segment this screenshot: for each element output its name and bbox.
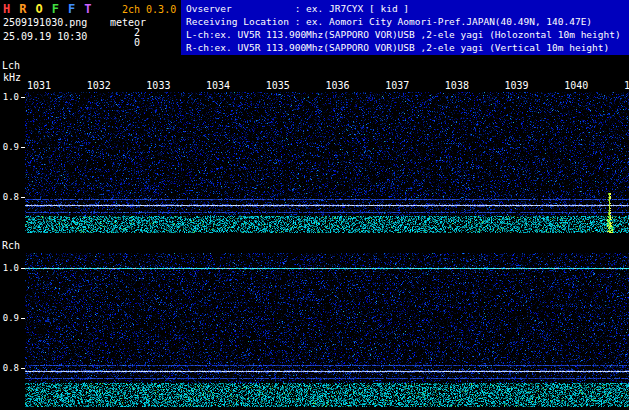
time-label: 1032: [85, 80, 113, 91]
lch-spectrogram: [25, 92, 629, 233]
rch-spectrogram: [25, 253, 629, 407]
time-label: 1041: [622, 80, 629, 91]
time-label: 1033: [144, 80, 172, 91]
time-label: 1036: [324, 80, 352, 91]
freq-tick-label: 1.0: [0, 92, 19, 102]
freq-tick-label: 0.8: [0, 363, 19, 373]
title-letter: T: [84, 2, 91, 16]
station-info-line: R-ch:ex. UV5R 113.900Mhz(SAPPORO VOR)USB…: [186, 41, 629, 54]
title-letter: O: [35, 2, 42, 16]
station-info-line: Ovserver : ex. JR7CYX [ kid ]: [186, 2, 629, 15]
station-info-panel: Ovserver : ex. JR7CYX [ kid ]Receiving L…: [181, 0, 629, 55]
station-info-line: L-ch:ex. UV5R 113.900Mhz(SAPPORO VOR)USB…: [186, 28, 629, 41]
rch-channel-label: Rch: [2, 240, 20, 251]
time-label: 1039: [503, 80, 531, 91]
app-title: HROFFT: [3, 2, 100, 16]
khz-unit-label: kHz: [3, 72, 21, 83]
title-letter: F: [52, 2, 59, 16]
time-label: 1038: [443, 80, 471, 91]
title-letter: H: [3, 2, 10, 16]
freq-tick-label: 0.9: [0, 313, 19, 323]
freq-tick-label: 1.0: [0, 263, 19, 273]
hrofft-output-screen: HROFFT 2ch 0.3.0 2509191030.png meteor 2…: [0, 0, 629, 410]
time-label: 1040: [562, 80, 590, 91]
time-label: 1034: [204, 80, 232, 91]
app-version-label: 2ch 0.3.0: [122, 4, 176, 15]
time-label: 1037: [383, 80, 411, 91]
time-label: 1031: [25, 80, 53, 91]
date-time-label: 25.09.19 10:30: [3, 31, 87, 42]
lch-channel-label: Lch: [2, 60, 20, 71]
freq-tick-label: 0.9: [0, 142, 19, 152]
long-echo-count: 0: [126, 37, 140, 48]
freq-tick-label: 0.8: [0, 192, 19, 202]
title-letter: F: [68, 2, 75, 16]
output-filename: 2509191030.png: [3, 17, 87, 28]
station-info-line: Receiving Location : ex. Aomori City Aom…: [186, 15, 629, 28]
time-label: 1035: [264, 80, 292, 91]
title-letter: R: [19, 2, 26, 16]
